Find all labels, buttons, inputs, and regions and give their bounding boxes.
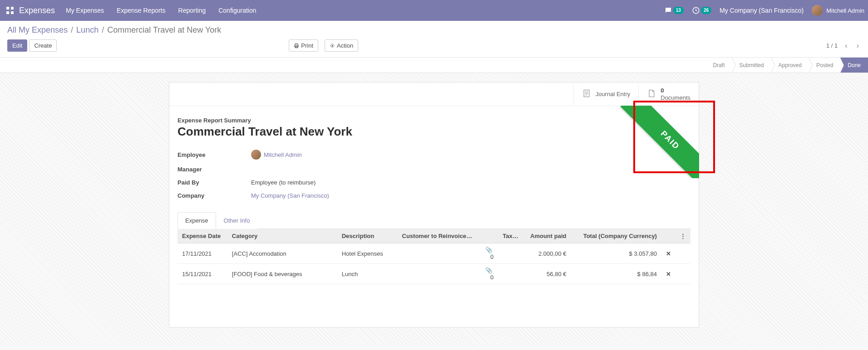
app-brand[interactable]: Expenses — [19, 6, 55, 15]
label-employee: Employee — [178, 151, 251, 158]
th-attach — [477, 229, 498, 243]
th-date[interactable]: Expense Date — [178, 229, 227, 243]
delete-row-icon: ✕ — [666, 271, 671, 277]
paperclip-icon: 📎 — [485, 247, 493, 253]
clock-icon — [692, 6, 700, 15]
user-name: Mitchell Admin — [826, 7, 864, 14]
svg-rect-0 — [6, 7, 9, 10]
svg-rect-2 — [6, 11, 9, 14]
tab-expense[interactable]: Expense — [178, 212, 216, 229]
th-description[interactable]: Description — [337, 229, 398, 243]
company-switcher[interactable]: My Company (San Francisco) — [720, 7, 804, 14]
pager-text: 1 / 1 — [826, 42, 838, 49]
status-posted[interactable]: Posted — [809, 58, 840, 73]
breadcrumb-link-0[interactable]: All My Expenses — [7, 25, 68, 34]
documents-count: 0 — [661, 87, 690, 94]
kebab-icon: ⋮ — [680, 233, 686, 239]
value-employee[interactable]: Mitchell Admin — [251, 150, 302, 160]
menu-configuration[interactable]: Configuration — [218, 7, 256, 14]
label-manager: Manager — [178, 166, 251, 173]
tab-other-info[interactable]: Other Info — [216, 212, 258, 229]
print-button[interactable]: Print — [289, 39, 318, 52]
activity-badge: 26 — [701, 7, 711, 14]
table-row[interactable]: 17/11/2021[ACC] AccomodationHotel Expens… — [178, 243, 690, 264]
th-tax[interactable]: Tax… — [498, 229, 523, 243]
form-title: Commercial Travel at New York — [178, 125, 690, 139]
table-row[interactable]: 15/11/2021[FOOD] Food & beveragesLunch📎 … — [178, 264, 690, 284]
top-nav: Expenses My Expenses Expense Reports Rep… — [0, 0, 868, 21]
documents-label: Documents — [661, 94, 690, 102]
th-kebab[interactable]: ⋮ — [676, 229, 690, 243]
svg-rect-3 — [11, 11, 14, 14]
th-amount-paid[interactable]: Amount paid — [523, 229, 571, 243]
paperclip-icon: 📎 — [485, 267, 493, 274]
value-company[interactable]: My Company (San Francisco) — [251, 192, 329, 199]
action-button[interactable]: Action — [325, 39, 358, 52]
journal-icon — [582, 88, 591, 100]
status-submitted[interactable]: Submitted — [732, 58, 771, 73]
control-bar: All My Expenses / Lunch / Commercial Tra… — [0, 21, 868, 58]
status-approved[interactable]: Approved — [771, 58, 809, 73]
chat-badge: 13 — [673, 7, 684, 14]
tabs: Expense Other Info — [178, 212, 690, 229]
documents-button[interactable]: 0 Documents — [638, 83, 699, 106]
gear-icon — [330, 43, 335, 49]
breadcrumb-link-1[interactable]: Lunch — [76, 25, 99, 34]
pager: 1 / 1 ‹ › — [826, 40, 861, 52]
th-customer[interactable]: Customer to Reinvoice… — [398, 229, 478, 243]
main-menu: My Expenses Expense Reports Reporting Co… — [66, 7, 256, 14]
create-button[interactable]: Create — [29, 39, 57, 52]
documents-icon — [647, 88, 656, 100]
activities-button[interactable]: 26 — [692, 6, 711, 15]
svg-rect-1 — [11, 7, 14, 10]
form-sheet: Journal Entry 0 Documents PAID Expense R… — [169, 82, 699, 328]
pager-next[interactable]: › — [855, 40, 861, 52]
avatar — [812, 5, 823, 16]
menu-my-expenses[interactable]: My Expenses — [66, 7, 104, 14]
form-background: Journal Entry 0 Documents PAID Expense R… — [0, 73, 868, 346]
messaging-button[interactable]: 13 — [664, 6, 684, 15]
svg-point-8 — [332, 45, 333, 46]
form-subtitle: Expense Report Summary — [178, 117, 690, 124]
th-category[interactable]: Category — [227, 229, 337, 243]
pager-prev[interactable]: ‹ — [843, 40, 849, 52]
paid-ribbon-wrap: PAID — [618, 106, 699, 178]
th-total[interactable]: Total (Company Currency) — [571, 229, 661, 243]
journal-entry-button[interactable]: Journal Entry — [573, 83, 639, 106]
apps-icon[interactable] — [4, 4, 16, 17]
edit-button[interactable]: Edit — [7, 39, 27, 52]
label-company: Company — [178, 192, 251, 199]
chat-icon — [664, 6, 672, 15]
menu-expense-reports[interactable]: Expense Reports — [117, 7, 165, 14]
user-menu[interactable]: Mitchell Admin — [812, 5, 864, 16]
breadcrumb: All My Expenses / Lunch / Commercial Tra… — [7, 25, 861, 35]
label-paid-by: Paid By — [178, 179, 251, 186]
print-icon — [294, 43, 299, 49]
delete-row-icon: ✕ — [666, 250, 671, 257]
stat-buttons: Journal Entry 0 Documents — [169, 83, 699, 106]
status-draft[interactable]: Draft — [706, 58, 732, 73]
breadcrumb-current: Commercial Travel at New York — [107, 25, 221, 34]
menu-reporting[interactable]: Reporting — [178, 7, 206, 14]
value-paid-by: Employee (to reimburse) — [251, 179, 316, 186]
expense-table: Expense Date Category Description Custom… — [178, 229, 690, 284]
paid-ribbon: PAID — [621, 106, 699, 178]
status-bar: Draft Submitted Approved Posted Done — [0, 58, 868, 73]
status-done[interactable]: Done — [840, 58, 868, 73]
avatar — [251, 150, 261, 160]
